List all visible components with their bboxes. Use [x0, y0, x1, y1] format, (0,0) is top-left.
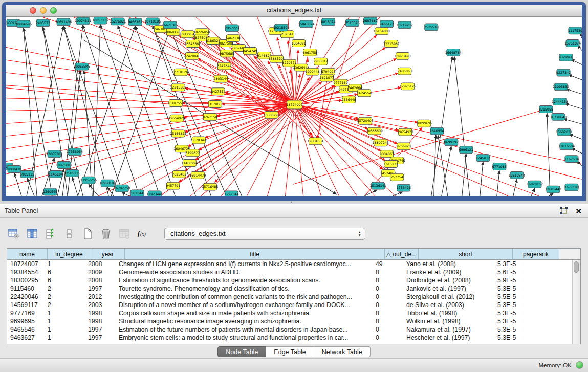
- table-cell[interactable]: Estimation of significance thresholds fo…: [116, 276, 373, 285]
- table-row[interactable]: 1872400712008Changes of HCN gene express…: [7, 260, 573, 268]
- float-panel-icon[interactable]: [560, 207, 568, 215]
- table-cell[interactable]: 14569117: [7, 301, 45, 309]
- graph-node-yellow[interactable]: 8860128: [166, 29, 180, 36]
- graph-node-yellow[interactable]: 1864091: [291, 40, 306, 47]
- column-header-0[interactable]: name: [7, 249, 48, 259]
- column-header-1[interactable]: in_degree: [48, 249, 91, 259]
- table-cell[interactable]: 0: [373, 293, 403, 301]
- graph-node-teal[interactable]: 8699192: [444, 139, 459, 146]
- graph-edge-red[interactable]: [295, 105, 508, 196]
- graph-node-teal[interactable]: 10719185: [144, 18, 161, 25]
- graph-node-yellow[interactable]: 16914479: [189, 171, 206, 179]
- graph-node-yellow[interactable]: 1621077: [320, 74, 334, 81]
- table-scrollbar[interactable]: [572, 260, 580, 344]
- graph-node-yellow[interactable]: 8454749: [243, 47, 257, 54]
- graph-node-teal[interactable]: 15843074: [298, 20, 314, 28]
- minimize-window-button[interactable]: [40, 7, 47, 14]
- show-columns-icon[interactable]: [26, 228, 38, 240]
- column-header-2[interactable]: year: [91, 249, 125, 259]
- table-row[interactable]: 1830029562008Estimation of significance …: [7, 276, 573, 285]
- graph-node-yellow[interactable]: 10973493: [395, 52, 411, 59]
- table-cell[interactable]: Wolkin et al. (1998): [403, 317, 494, 325]
- table-row[interactable]: 969969511998Structural magnetic resonanc…: [7, 317, 573, 325]
- graph-node-teal[interactable]: 9245012: [476, 155, 490, 162]
- column-header-6[interactable]: pagerank: [513, 249, 559, 259]
- graph-node-teal[interactable]: 12444158: [552, 98, 568, 105]
- graph-edge-black[interactable]: [549, 193, 553, 196]
- table-cell[interactable]: Corpus callosum shape and size in male p…: [116, 309, 373, 317]
- graph-node-teal[interactable]: 10053237: [92, 17, 108, 24]
- graph-node-teal[interactable]: 15276021: [110, 18, 126, 25]
- graph-node-teal[interactable]: 5905135: [20, 170, 34, 178]
- table-cell[interactable]: 5.5E-5: [494, 293, 538, 301]
- table-cell[interactable]: 18724007: [7, 260, 45, 268]
- graph-node-teal[interactable]: 16671385: [162, 21, 178, 29]
- graph-node-yellow[interactable]: 10688609: [366, 127, 383, 135]
- graph-edge-red[interactable]: [295, 105, 368, 129]
- table-row[interactable]: 946362711997Embryonic stem cells: a mode…: [7, 334, 573, 342]
- table-cell[interactable]: 1998: [85, 317, 116, 325]
- row-height-icon[interactable]: [63, 228, 75, 240]
- table-row[interactable]: 2242004622012Investigating the contribut…: [7, 293, 573, 301]
- graph-node-teal[interactable]: 15751074: [564, 40, 581, 47]
- graph-node-teal[interactable]: 18884695: [15, 20, 32, 28]
- graph-node-yellow[interactable]: 18807243: [373, 139, 389, 146]
- table-cell[interactable]: 49: [373, 260, 403, 268]
- graph-node-teal[interactable]: 15023445: [129, 190, 145, 196]
- table-cell[interactable]: 0: [373, 309, 403, 317]
- graph-node-yellow[interactable]: 6961758: [303, 49, 317, 56]
- zoom-window-button[interactable]: [50, 7, 57, 14]
- graph-node-yellow[interactable]: 1615132: [384, 161, 398, 168]
- table-cell[interactable]: 9115460: [7, 285, 45, 293]
- graph-edge-red[interactable]: [6, 60, 295, 104]
- table-cell[interactable]: 2003: [85, 301, 116, 309]
- graph-node-yellow[interactable]: 1990448: [306, 68, 320, 75]
- graph-node-yellow[interactable]: 19654923: [397, 128, 413, 136]
- graph-node-teal[interactable]: 1888470: [7, 166, 21, 173]
- graph-node-yellow[interactable]: 317008: [208, 101, 222, 108]
- graph-node-teal[interactable]: 19218506: [273, 24, 289, 31]
- close-panel-icon[interactable]: ✕: [575, 207, 582, 215]
- column-header-3[interactable]: title: [125, 249, 385, 259]
- graph-node-teal[interactable]: 12923445: [146, 191, 163, 196]
- graph-node-yellow[interactable]: 9875685: [220, 50, 234, 57]
- graph-edge-black[interactable]: [547, 113, 550, 196]
- tab-edge-table[interactable]: Edge Table: [266, 346, 314, 357]
- table-cell[interactable]: 5.3E-5: [494, 309, 538, 317]
- table-row[interactable]: 1456911722003Disruption of a novel membe…: [7, 301, 573, 309]
- graph-node-teal[interactable]: 1145194: [49, 170, 63, 178]
- table-cell[interactable]: 2008: [85, 260, 116, 268]
- graph-edge-red[interactable]: [198, 59, 294, 105]
- table-cell[interactable]: 2: [45, 285, 85, 293]
- import-table-icon[interactable]: [118, 228, 130, 240]
- table-cell[interactable]: Structural magnetic resonance image aver…: [116, 317, 373, 325]
- graph-node-teal[interactable]: 12065381: [46, 150, 62, 158]
- graph-edge-red[interactable]: [318, 72, 329, 139]
- table-cell[interactable]: Dudbridge et al. (2008): [403, 276, 494, 285]
- table-cell[interactable]: 9463627: [7, 334, 45, 342]
- graph-node-yellow[interactable]: 9777169: [334, 79, 348, 86]
- table-cell[interactable]: 0: [373, 334, 403, 342]
- table-cell[interactable]: 0: [373, 268, 403, 276]
- table-cell[interactable]: 1997: [85, 325, 116, 334]
- table-cell[interactable]: Genome-wide association studies in ADHD.: [116, 268, 373, 276]
- table-cell[interactable]: 5.3E-5: [494, 285, 538, 293]
- graph-node-yellow[interactable]: 16543382: [184, 40, 201, 48]
- graph-node-yellow[interactable]: 18724007: [286, 100, 302, 109]
- graph-node-yellow[interactable]: 16154808: [374, 28, 390, 35]
- graph-edge-black[interactable]: [135, 26, 195, 196]
- graph-node-teal[interactable]: 16648784: [445, 49, 462, 56]
- table-cell[interactable]: Changes of HCN gene expression and I(f) …: [116, 260, 373, 268]
- table-cell[interactable]: 6: [45, 276, 85, 285]
- graph-node-teal[interactable]: 17957255: [80, 177, 97, 184]
- table-cell[interactable]: Disruption of a novel member of a sodium…: [116, 301, 373, 309]
- graph-node-teal[interactable]: 2405572: [36, 19, 50, 27]
- table-cell[interactable]: Nakamura et al. (1997): [403, 325, 494, 334]
- column-header-4[interactable]: △ out_de...: [385, 249, 419, 259]
- graph-node-teal[interactable]: 7515538: [424, 24, 439, 31]
- graph-edge-red[interactable]: [288, 41, 295, 105]
- graph-edge-black[interactable]: [83, 25, 139, 196]
- graph-node-yellow[interactable]: 7625402: [172, 170, 186, 178]
- table-source-select[interactable]: citations_edges.txt ▲▼: [164, 228, 365, 240]
- table-cell[interactable]: 0: [373, 276, 403, 285]
